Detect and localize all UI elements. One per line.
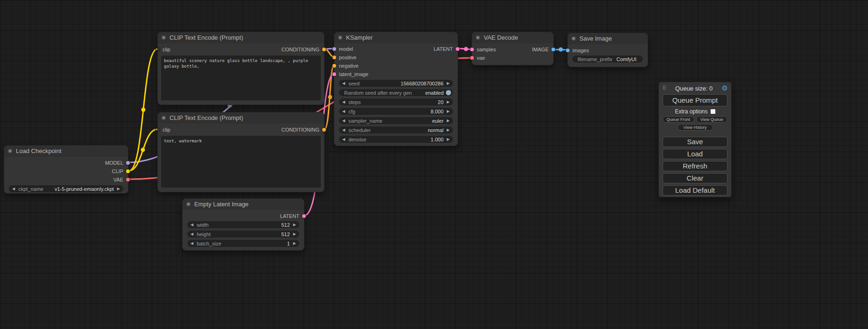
node-title: Empty Latent Image xyxy=(194,201,248,208)
slot-dot-latent-image[interactable] xyxy=(332,72,336,76)
queue-front-button[interactable]: Queue Front xyxy=(663,116,694,123)
widget-denoise[interactable]: ◀ denoise 1.000 ▶ xyxy=(339,136,453,143)
widget-random-seed[interactable]: Random seed after every gen enabled xyxy=(339,89,453,96)
view-history-button[interactable]: View History xyxy=(677,124,713,131)
widget-batch-size[interactable]: ◀ batch_size 1 ▶ xyxy=(187,240,299,247)
decrement-icon[interactable]: ◀ xyxy=(342,126,345,133)
clear-button[interactable]: Clear xyxy=(663,173,727,183)
load-default-button[interactable]: Load Default xyxy=(663,185,727,196)
slot-dot-positive[interactable] xyxy=(332,56,336,59)
widget-sampler-name[interactable]: ◀ sampler_name euler ▶ xyxy=(339,117,453,124)
increment-icon[interactable]: ▶ xyxy=(447,98,450,105)
node-title-bar[interactable]: Load Checkpoint xyxy=(4,146,128,157)
increment-icon[interactable]: ▶ xyxy=(447,136,450,143)
node-title-bar[interactable]: KSampler xyxy=(334,32,458,43)
widget-filename-prefix[interactable]: filename_prefix ComfyUI xyxy=(572,56,643,63)
slot-label: IMAGE xyxy=(532,47,549,52)
slot-dot-samples[interactable] xyxy=(470,48,474,51)
link-midpoint-dot xyxy=(141,148,145,152)
widget-scheduler[interactable]: ◀ scheduler normal ▶ xyxy=(339,126,453,133)
node-vae-decode[interactable]: VAE Decode samples vae IMAGE xyxy=(472,32,554,65)
slot-dot-latent[interactable] xyxy=(456,47,459,51)
widget-value: ComfyUI xyxy=(616,56,636,62)
collapse-dot-icon[interactable] xyxy=(572,36,576,41)
queue-prompt-button[interactable]: Queue Prompt xyxy=(663,94,727,106)
node-title-bar[interactable]: CLIP Text Encode (Prompt) xyxy=(158,32,324,43)
collapse-dot-icon[interactable] xyxy=(338,35,342,40)
widget-ckpt-name[interactable]: ◀ ckpt_name v1-5-pruned-emaonly.ckpt ▶ xyxy=(9,185,123,192)
output-slot-clip: CLIP xyxy=(4,167,128,175)
decrement-icon[interactable]: ◀ xyxy=(342,136,345,143)
widget-label: filename_prefix xyxy=(578,56,613,62)
node-empty-latent-image[interactable]: Empty Latent Image LATENT ◀ width 512 ▶ … xyxy=(182,198,304,251)
node-title: Save Image xyxy=(579,35,612,42)
slot-dot-vae[interactable] xyxy=(126,178,130,182)
slot-dot-latent[interactable] xyxy=(302,214,306,218)
decrement-icon[interactable]: ◀ xyxy=(342,108,345,115)
node-clip-text-encode-negative[interactable]: CLIP Text Encode (Prompt) clip CONDITION… xyxy=(157,112,325,192)
decrement-icon[interactable]: ◀ xyxy=(191,221,193,228)
toggle-icon[interactable] xyxy=(446,90,451,95)
slot-dot-negative[interactable] xyxy=(332,64,336,68)
widget-value: 1.000 xyxy=(430,137,444,142)
settings-gear-icon[interactable]: ⚙ xyxy=(722,84,728,92)
save-button[interactable]: Save xyxy=(663,137,727,147)
increment-icon[interactable]: ▶ xyxy=(447,126,450,133)
decrement-icon[interactable]: ◀ xyxy=(342,80,345,87)
node-load-checkpoint[interactable]: Load Checkpoint MODEL CLIP VAE ◀ ckpt_na… xyxy=(4,145,128,194)
slot-dot-images[interactable] xyxy=(566,49,570,52)
decrement-icon[interactable]: ◀ xyxy=(191,231,193,238)
increment-icon[interactable]: ▶ xyxy=(117,185,120,192)
decrement-icon[interactable]: ◀ xyxy=(191,240,193,247)
collapse-dot-icon[interactable] xyxy=(186,202,191,206)
increment-icon[interactable]: ▶ xyxy=(447,117,450,124)
drag-handle-icon[interactable]: ⠿ xyxy=(662,85,666,91)
link-midpoint-dot xyxy=(559,48,563,52)
decrement-icon[interactable]: ◀ xyxy=(12,185,15,192)
widget-cfg[interactable]: ◀ cfg 8.000 ▶ xyxy=(339,108,453,115)
slot-dot-conditioning-output[interactable] xyxy=(322,128,326,132)
widget-value: 156680208700286 xyxy=(401,81,444,86)
slot-label: CONDITIONING xyxy=(282,47,319,52)
node-title-bar[interactable]: CLIP Text Encode (Prompt) xyxy=(158,112,324,124)
widget-steps[interactable]: ◀ steps 20 ▶ xyxy=(339,98,453,105)
node-title-bar[interactable]: Empty Latent Image xyxy=(183,199,304,210)
slot-dot-vae[interactable] xyxy=(470,56,474,60)
slot-dot-image[interactable] xyxy=(551,48,555,51)
view-queue-button[interactable]: View Queue xyxy=(696,116,728,123)
collapse-dot-icon[interactable] xyxy=(476,35,480,40)
slot-dot-clip-input[interactable] xyxy=(156,128,160,132)
increment-icon[interactable]: ▶ xyxy=(293,240,296,247)
node-clip-text-encode-positive[interactable]: CLIP Text Encode (Prompt) clip CONDITION… xyxy=(157,32,325,105)
node-title-bar[interactable]: VAE Decode xyxy=(472,32,553,43)
node-title-bar[interactable]: Save Image xyxy=(568,33,648,44)
prompt-textarea[interactable]: text, watermark xyxy=(161,136,321,188)
node-ksampler[interactable]: KSampler model positive negative latent_… xyxy=(334,32,458,146)
widget-seed[interactable]: ◀ seed 156680208700286 ▶ xyxy=(339,80,453,87)
extra-options-checkbox[interactable] xyxy=(711,109,715,114)
load-button[interactable]: Load xyxy=(663,149,727,159)
widget-height[interactable]: ◀ height 512 ▶ xyxy=(187,231,299,238)
collapse-dot-icon[interactable] xyxy=(8,149,12,153)
prompt-textarea[interactable]: beautiful scenery nature glass bottle la… xyxy=(161,56,321,100)
widget-label: height xyxy=(197,231,211,237)
increment-icon[interactable]: ▶ xyxy=(293,221,296,228)
refresh-button[interactable]: Refresh xyxy=(663,161,727,171)
slot-dot-model[interactable] xyxy=(332,47,336,51)
collapse-dot-icon[interactable] xyxy=(162,35,166,40)
widget-label: width xyxy=(197,222,209,228)
slot-dot-clip-input[interactable] xyxy=(156,48,160,51)
collapse-dot-icon[interactable] xyxy=(162,116,166,120)
slot-dot-model[interactable] xyxy=(126,161,130,165)
decrement-icon[interactable]: ◀ xyxy=(342,117,345,124)
slot-dot-conditioning-output[interactable] xyxy=(322,48,326,51)
node-save-image[interactable]: Save Image images filename_prefix ComfyU… xyxy=(567,33,648,67)
increment-icon[interactable]: ▶ xyxy=(447,80,450,87)
widget-value: enabled xyxy=(425,90,444,96)
slot-label: VAE xyxy=(113,177,123,182)
slot-dot-clip[interactable] xyxy=(126,169,130,173)
widget-width[interactable]: ◀ width 512 ▶ xyxy=(187,221,299,228)
increment-icon[interactable]: ▶ xyxy=(447,108,450,115)
increment-icon[interactable]: ▶ xyxy=(293,231,296,238)
decrement-icon[interactable]: ◀ xyxy=(342,98,345,105)
